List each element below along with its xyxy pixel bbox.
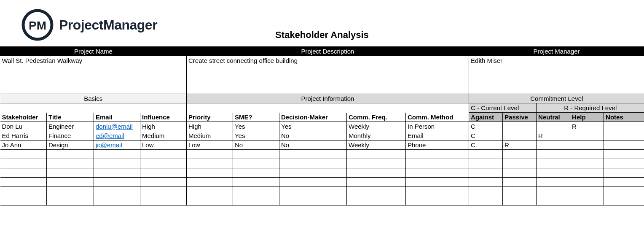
cell-influence[interactable] (140, 187, 187, 196)
cell-against[interactable] (469, 168, 503, 178)
cell-freq[interactable]: Weekly (347, 141, 406, 150)
cell-help[interactable] (570, 168, 604, 178)
cell-influence[interactable]: Medium (140, 131, 187, 141)
cell-influence[interactable] (140, 159, 187, 168)
cell-sme[interactable]: Yes (233, 131, 279, 141)
cell-notes[interactable] (604, 131, 644, 141)
cell-email[interactable] (94, 178, 140, 187)
cell-method[interactable]: Email (406, 131, 469, 141)
cell-priority[interactable]: Medium (187, 131, 233, 141)
cell-neutral[interactable]: R (537, 131, 570, 141)
cell-sme[interactable]: No (233, 141, 279, 150)
cell-priority[interactable] (187, 150, 233, 159)
cell-influence[interactable]: High (140, 122, 187, 131)
cell-freq[interactable] (347, 150, 406, 159)
cell-stakeholder[interactable]: Don Lu (0, 122, 47, 131)
cell-help[interactable] (570, 150, 604, 159)
cell-stakeholder[interactable] (0, 196, 47, 205)
cell-against[interactable]: C (469, 122, 503, 131)
cell-passive[interactable]: R (503, 141, 537, 150)
cell-against[interactable] (469, 187, 503, 196)
cell-email[interactable]: jo@email (94, 141, 140, 150)
cell-notes[interactable] (604, 187, 644, 196)
cell-sme[interactable] (233, 159, 279, 168)
cell-priority[interactable]: High (187, 122, 233, 131)
cell-priority[interactable] (187, 159, 233, 168)
cell-help[interactable] (570, 141, 604, 150)
cell-neutral[interactable] (537, 141, 570, 150)
cell-influence[interactable] (140, 178, 187, 187)
cell-help[interactable]: R (570, 122, 604, 131)
cell-email[interactable]: donlu@email (94, 122, 140, 131)
cell-sme[interactable] (233, 187, 279, 196)
cell-stakeholder[interactable] (0, 187, 47, 196)
email-link[interactable]: jo@email (96, 141, 122, 149)
cell-title[interactable] (47, 168, 94, 178)
cell-sme[interactable]: Yes (233, 122, 279, 131)
cell-title[interactable] (47, 178, 94, 187)
cell-title[interactable]: Engineer (47, 122, 94, 131)
cell-email[interactable] (94, 159, 140, 168)
cell-method[interactable] (406, 178, 469, 187)
cell-freq[interactable] (347, 159, 406, 168)
cell-decision[interactable] (279, 168, 347, 178)
cell-against[interactable]: C (469, 131, 503, 141)
cell-priority[interactable] (187, 178, 233, 187)
cell-sme[interactable] (233, 168, 279, 178)
cell-decision[interactable]: Yes (279, 122, 347, 131)
cell-influence[interactable] (140, 150, 187, 159)
cell-passive[interactable] (503, 187, 537, 196)
cell-notes[interactable] (604, 150, 644, 159)
cell-against[interactable] (469, 150, 503, 159)
cell-neutral[interactable] (537, 187, 570, 196)
cell-neutral[interactable] (537, 122, 570, 131)
cell-title[interactable]: Design (47, 141, 94, 150)
cell-priority[interactable] (187, 168, 233, 178)
cell-help[interactable] (570, 196, 604, 205)
cell-title[interactable] (47, 196, 94, 205)
cell-notes[interactable] (604, 196, 644, 205)
cell-decision[interactable] (279, 187, 347, 196)
cell-neutral[interactable] (537, 178, 570, 187)
cell-priority[interactable] (187, 187, 233, 196)
cell-notes[interactable] (604, 168, 644, 178)
cell-stakeholder[interactable]: Ed Harris (0, 131, 47, 141)
cell-email[interactable] (94, 187, 140, 196)
cell-help[interactable] (570, 178, 604, 187)
cell-sme[interactable] (233, 150, 279, 159)
cell-freq[interactable]: Monthly (347, 131, 406, 141)
cell-influence[interactable] (140, 168, 187, 178)
cell-neutral[interactable] (537, 168, 570, 178)
cell-decision[interactable]: No (279, 141, 347, 150)
cell-priority[interactable]: Low (187, 141, 233, 150)
cell-influence[interactable] (140, 196, 187, 205)
cell-help[interactable] (570, 131, 604, 141)
cell-passive[interactable] (503, 168, 537, 178)
cell-title[interactable]: Finance (47, 131, 94, 141)
cell-email[interactable] (94, 150, 140, 159)
cell-neutral[interactable] (537, 159, 570, 168)
cell-notes[interactable] (604, 178, 644, 187)
cell-title[interactable] (47, 159, 94, 168)
proj-name-value[interactable]: Wall St. Pedestrian Walkway (0, 56, 187, 94)
cell-priority[interactable] (187, 196, 233, 205)
cell-against[interactable] (469, 159, 503, 168)
cell-sme[interactable] (233, 196, 279, 205)
cell-passive[interactable] (503, 131, 537, 141)
cell-help[interactable] (570, 159, 604, 168)
proj-desc-value[interactable]: Create street connecting office building (187, 56, 469, 94)
cell-freq[interactable] (347, 168, 406, 178)
email-link[interactable]: ed@email (96, 132, 124, 139)
cell-method[interactable] (406, 150, 469, 159)
cell-method[interactable]: In Person (406, 122, 469, 131)
cell-passive[interactable] (503, 159, 537, 168)
cell-passive[interactable] (503, 178, 537, 187)
cell-email[interactable]: ed@email (94, 131, 140, 141)
cell-method[interactable]: Phone (406, 141, 469, 150)
cell-decision[interactable] (279, 178, 347, 187)
cell-influence[interactable]: Low (140, 141, 187, 150)
cell-email[interactable] (94, 196, 140, 205)
cell-notes[interactable] (604, 141, 644, 150)
cell-method[interactable] (406, 196, 469, 205)
cell-method[interactable] (406, 159, 469, 168)
